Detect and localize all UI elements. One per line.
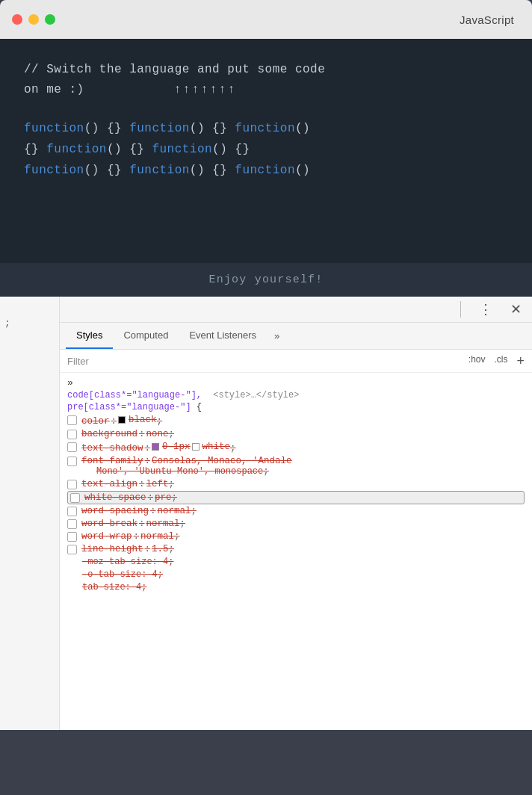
css-checkbox-font-family[interactable] (67, 457, 77, 466)
css-brace-symbol: » (67, 377, 525, 389)
dom-content: ; (0, 312, 59, 335)
open-brace: { (197, 402, 202, 412)
window-title: JavaScript (460, 13, 520, 26)
css-checkbox-word-spacing[interactable] (67, 507, 77, 516)
filter-bar: Filter :hov .cls + (60, 350, 532, 373)
css-prop-line-height-line: line-height: 1.5; (81, 544, 525, 554)
css-prop-moz-tab: -moz-tab-size: 4; (67, 556, 525, 568)
enjoy-bar: Enjoy yourself! (0, 263, 532, 297)
toolbar-separator (460, 301, 461, 318)
css-prop-text-align-line: text-align: left; (81, 479, 525, 489)
css-checkbox-text-align[interactable] (67, 480, 77, 489)
css-checkbox-background[interactable] (67, 430, 77, 439)
css-checkbox-word-wrap[interactable] (67, 532, 77, 542)
code-line-1: function() {} function() {} function() (24, 118, 508, 139)
more-options-button[interactable]: ⋮ (476, 301, 495, 318)
code-comment-line2: on me :) (24, 80, 84, 100)
devtools-panel: ; ⋮ ✕ Styles Computed Event Listeners » … (0, 297, 532, 730)
tabs-more-button[interactable]: » (270, 324, 284, 348)
color-swatch-black (118, 416, 126, 424)
css-prop-word-spacing-line: word-spacing: normal; (81, 506, 525, 516)
filter-actions: :hov .cls + (468, 354, 525, 368)
code-functions: function() {} function() {} function() {… (24, 118, 508, 181)
css-prop-line-height: line-height: 1.5; (67, 543, 525, 555)
css-selector2: pre[class*="language-"] (67, 402, 191, 412)
tab-event-listeners[interactable]: Event Listeners (179, 323, 267, 349)
css-prop-background-line: background: none; (81, 429, 525, 439)
maximize-button[interactable] (45, 14, 55, 25)
css-checkbox-text-shadow[interactable] (67, 442, 77, 452)
css-prop-o-tab: -o-tab-size: 4; (67, 569, 525, 581)
tab-styles[interactable]: Styles (66, 323, 113, 349)
code-line-3: function() {} function() {} function() (24, 160, 508, 181)
dom-gutter: ; (0, 297, 60, 730)
minimize-button[interactable] (28, 14, 39, 25)
css-prop-white-space-line: white-space: pre; (84, 492, 522, 503)
css-checkbox-color[interactable] (67, 415, 77, 425)
styles-panel: ⋮ ✕ Styles Computed Event Listeners » Fi… (60, 297, 532, 730)
css-prop-tab-size: tab-size: 4; (67, 581, 525, 593)
css-prop-text-shadow-line: text-shadow: 0 1px white ; (81, 442, 525, 454)
css-prop-background: background: none; (67, 428, 525, 440)
css-prop-text-shadow: text-shadow: 0 1px white ; (67, 441, 525, 454)
tab-computed[interactable]: Computed (113, 323, 179, 349)
css-prop-white-space-highlighted: white-space: pre; (67, 491, 525, 504)
css-prop-text-align: text-align: left; (67, 478, 525, 490)
css-prop-color-line: color: black ; (81, 415, 525, 427)
devtools-toolbar: ⋮ ✕ (60, 297, 532, 323)
add-style-button[interactable]: + (516, 354, 525, 368)
cls-button[interactable]: .cls (494, 354, 507, 368)
css-checkbox-word-break[interactable] (67, 519, 77, 529)
color-swatch-white (192, 443, 200, 451)
css-prop-font-family: font-family: Consolas, Monaco, 'Andale M… (67, 455, 525, 477)
panel-tabs: Styles Computed Event Listeners » (60, 323, 532, 350)
css-prop-word-break: word-break: normal; (67, 518, 525, 530)
code-arrows: ↑↑↑↑↑↑↑ (174, 83, 237, 96)
traffic-lights (12, 14, 55, 25)
css-prop-font-family-line: font-family: Consolas, Monaco, 'Andale M… (81, 456, 525, 477)
css-source: <style>…</style> (213, 390, 299, 400)
enjoy-text: Enjoy yourself! (208, 273, 323, 286)
close-button[interactable] (12, 14, 22, 25)
css-prop-word-break-line: word-break: normal; (81, 519, 525, 529)
css-prop-word-spacing: word-spacing: normal; (67, 505, 525, 517)
css-prop-word-wrap-line: word-wrap: normal; (81, 531, 525, 542)
code-editor: // Switch the language and put some code… (0, 39, 532, 263)
css-rules: » code[class*="language-"], <style>…</st… (60, 373, 532, 593)
css-checkbox-line-height[interactable] (67, 545, 77, 554)
css-prop-word-wrap: word-wrap: normal; (67, 530, 525, 542)
code-line-2: {} function() {} function() {} (24, 139, 508, 160)
css-selector-row: code[class*="language-"], <style>…</styl… (67, 390, 525, 400)
css-selector-row2: pre[class*="language-"] { (67, 402, 525, 412)
filter-label: Filter (67, 356, 468, 367)
color-swatch-purple (152, 443, 159, 451)
hov-button[interactable]: :hov (468, 354, 486, 368)
css-selector: code[class*="language-"], (67, 390, 202, 400)
title-bar: JavaScript (0, 0, 532, 39)
close-devtools-button[interactable]: ✕ (507, 301, 525, 318)
css-checkbox-white-space[interactable] (70, 493, 80, 503)
code-comment-line1: // Switch the language and put some code (24, 60, 508, 80)
fn-keyword: function (24, 122, 84, 135)
css-prop-color: color: black ; (67, 414, 525, 427)
